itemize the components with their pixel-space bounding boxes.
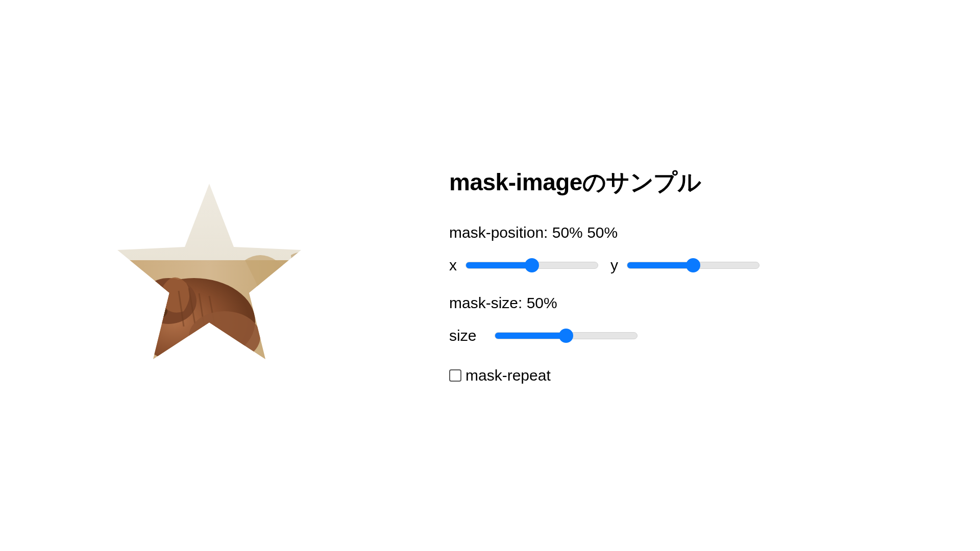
mask-size-value: 50%: [527, 294, 557, 311]
size-slider-row: size: [449, 327, 806, 344]
size-label: size: [449, 327, 476, 344]
svg-rect-0: [102, 168, 316, 270]
main-container: mask-imageのサンプル mask-position: 50% 50% x…: [0, 167, 980, 384]
size-slider[interactable]: [495, 332, 638, 339]
mask-position-label: mask-position: 50% 50%: [449, 224, 806, 241]
mask-preview: [102, 168, 316, 383]
svg-point-5: [189, 311, 260, 362]
y-slider-group: y: [610, 257, 760, 274]
mask-repeat-checkbox[interactable]: [449, 369, 461, 382]
position-sliders-row: x y: [449, 257, 806, 274]
mask-repeat-label: mask-repeat: [465, 367, 551, 384]
page-title: mask-imageのサンプル: [449, 167, 806, 198]
mask-position-prefix: mask-position:: [449, 224, 552, 241]
svg-point-4: [149, 304, 167, 318]
star-masked-image: [102, 168, 316, 383]
y-slider[interactable]: [627, 262, 760, 269]
mask-size-label: mask-size: 50%: [449, 294, 806, 312]
mask-repeat-row: mask-repeat: [449, 367, 806, 384]
y-label: y: [610, 257, 622, 274]
x-label: x: [449, 257, 460, 274]
controls-panel: mask-imageのサンプル mask-position: 50% 50% x…: [449, 167, 806, 384]
mask-size-prefix: mask-size:: [449, 294, 527, 311]
x-slider-group: x: [449, 257, 598, 274]
x-slider[interactable]: [465, 262, 598, 269]
mask-position-value: 50% 50%: [552, 224, 618, 241]
